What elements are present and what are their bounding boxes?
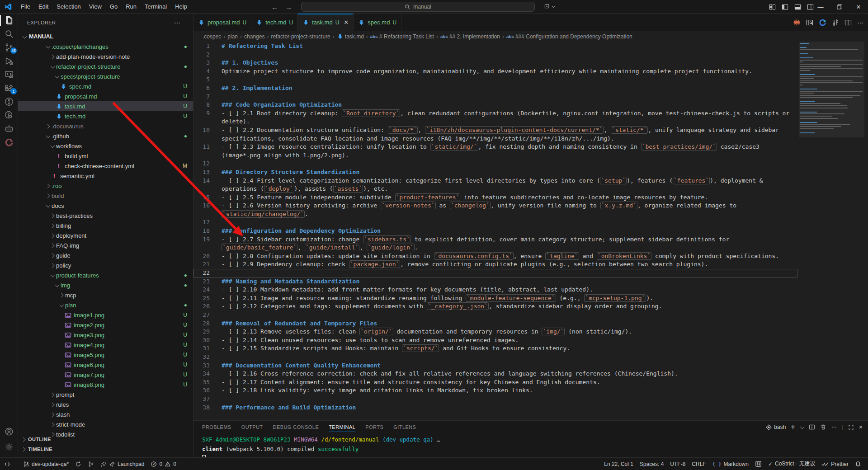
activity-gitlens-icon[interactable] bbox=[0, 95, 18, 108]
ime-grid-item[interactable] bbox=[752, 459, 765, 469]
tree-item-check-chinese-content.yml[interactable]: !check-chinese-content.ymlM bbox=[18, 161, 193, 171]
panel-tab-ports[interactable]: PORTS bbox=[365, 421, 383, 433]
costrict-status[interactable]: ✓ CoStrict - 无建议 bbox=[765, 459, 818, 469]
code-line-22[interactable]: 22 bbox=[193, 269, 797, 277]
code-line-7[interactable]: 7 bbox=[193, 93, 797, 101]
code-line-21[interactable]: 21- [ ] 2.9 Dependency cleanup: check `p… bbox=[193, 260, 797, 269]
tree-item-faq-img[interactable]: FAQ-img bbox=[18, 240, 193, 250]
code-line-19[interactable]: 19- [ ] 2.7 Sidebar customization: chang… bbox=[193, 235, 797, 252]
activity-explorer-icon[interactable] bbox=[0, 14, 18, 27]
activity-gitlens-inspect-icon[interactable] bbox=[0, 108, 18, 122]
tree-item-image7.png[interactable]: image7.pngU bbox=[18, 370, 193, 380]
activity-costrict-icon[interactable] bbox=[0, 136, 18, 149]
activity-chat-icon[interactable] bbox=[0, 122, 18, 136]
code-line-17[interactable]: 17 bbox=[193, 218, 797, 227]
window-minimize-button[interactable]: — bbox=[811, 0, 830, 14]
tree-item-mcp[interactable]: mcp bbox=[18, 290, 193, 300]
timeline-section[interactable]: TIMELINE bbox=[18, 444, 193, 454]
code-line-33[interactable]: 33### Documentation Content Quality Enha… bbox=[193, 362, 797, 370]
tree-item-semantic.yml[interactable]: !semantic.yml bbox=[18, 171, 193, 181]
code-line-10[interactable]: 10- [ ] 2.2 Documentation structure unif… bbox=[193, 126, 797, 143]
tab-spec-md[interactable]: spec.mdU bbox=[354, 14, 401, 31]
activity-extensions-icon[interactable]: 1 bbox=[0, 81, 18, 95]
code-line-36[interactable]: 36- [ ] 2.18 Link validity: verify image… bbox=[193, 386, 797, 395]
activity-settings-icon[interactable] bbox=[0, 439, 18, 455]
tree-item-proposal.md[interactable]: proposal.mdU bbox=[18, 91, 193, 101]
code-line-15[interactable]: 15- [ ] 2.5 Feature module independence:… bbox=[193, 193, 797, 202]
tree-item-task.md[interactable]: task.mdU bbox=[18, 101, 193, 111]
code-line-29[interactable]: 29- [ ] 2.13 Remove useless files: clean… bbox=[193, 328, 797, 336]
outline-section[interactable]: OUTLINE bbox=[18, 434, 193, 444]
tree-item-slash[interactable]: slash bbox=[18, 409, 193, 419]
code-line-9[interactable]: 9- [ ] 2.1 Root directory cleanup: `Root… bbox=[193, 109, 797, 126]
breadcrumb-item[interactable]: .cospec bbox=[203, 33, 221, 40]
tree-item-tech.md[interactable]: tech.mdU bbox=[18, 111, 193, 121]
activity-source-control-icon[interactable]: 45 bbox=[0, 41, 18, 54]
customize-layout-icon[interactable] bbox=[769, 4, 776, 10]
editor[interactable]: 1# Refactoring Task List2 3## 1. Objecti… bbox=[193, 42, 868, 420]
tree-item-prompt[interactable]: prompt bbox=[18, 390, 193, 400]
breadcrumb[interactable]: .cospec›plan›changes›refactor-project-st… bbox=[193, 31, 868, 42]
menu-run[interactable]: Run bbox=[122, 0, 141, 14]
breadcrumb-item[interactable]: abc# Refactoring Task List bbox=[370, 33, 434, 40]
tree-item-docs[interactable]: docs bbox=[18, 201, 193, 211]
code-line-30[interactable]: 30- [ ] 2.14 Clean unused resources: use… bbox=[193, 336, 797, 345]
tree-item-image1.png[interactable]: image1.pngU bbox=[18, 310, 193, 320]
menu-help[interactable]: Help bbox=[171, 0, 191, 14]
tree-item-workflows[interactable]: workflows bbox=[18, 141, 193, 151]
code-line-26[interactable]: 26- [ ] 2.12 Categories and tags: supple… bbox=[193, 302, 797, 311]
minimap[interactable] bbox=[799, 42, 864, 420]
activity-search-icon[interactable] bbox=[0, 27, 18, 41]
code-line-16[interactable]: 16- [ ] 2.6 Version history archiving: a… bbox=[193, 202, 797, 218]
code-line-27[interactable]: 27 bbox=[193, 311, 797, 320]
encoding[interactable]: UTF-8 bbox=[667, 459, 689, 469]
code-line-2[interactable]: 2 bbox=[193, 51, 797, 59]
toggle-panel-icon[interactable] bbox=[794, 4, 801, 10]
terminal-dropdown-icon[interactable] bbox=[800, 425, 804, 429]
code-line-4[interactable]: 4Optimize project structure to improve c… bbox=[193, 67, 797, 76]
breadcrumb-item[interactable]: refactor-project-structure bbox=[271, 33, 330, 40]
menu-view[interactable]: View bbox=[85, 0, 106, 14]
tree-item-guide[interactable]: guide bbox=[18, 250, 193, 260]
tree-item-policy[interactable]: policy bbox=[18, 260, 193, 270]
toggle-sidebar-icon[interactable] bbox=[782, 4, 788, 10]
code-line-35[interactable]: 35- [ ] 2.17 Content alignment: ensure t… bbox=[193, 378, 797, 387]
new-terminal-icon[interactable]: + bbox=[791, 423, 795, 431]
breadcrumb-item[interactable]: task.md bbox=[337, 33, 364, 40]
code-line-32[interactable]: 32 bbox=[193, 353, 797, 362]
code-line-13[interactable]: 13### Directory Structure Standardizatio… bbox=[193, 168, 797, 177]
tree-item-plan[interactable]: plan● bbox=[18, 300, 193, 310]
tab-proposal-md[interactable]: proposal.mdU bbox=[193, 14, 251, 31]
breadcrumb-item[interactable]: changes bbox=[244, 33, 264, 40]
code-line-5[interactable]: 5 bbox=[193, 75, 797, 84]
open-preview-icon[interactable] bbox=[806, 19, 813, 26]
tree-item-deployment[interactable]: deployment bbox=[18, 230, 193, 240]
code-line-18[interactable]: 18### Configuration and Dependency Optim… bbox=[193, 227, 797, 235]
git-branch-item[interactable]: dev-update-qa* bbox=[20, 459, 72, 469]
menu-selection[interactable]: Selection bbox=[52, 0, 85, 14]
window-close-button[interactable]: ✕ bbox=[849, 0, 868, 14]
window-restore-button[interactable] bbox=[830, 0, 849, 14]
tree-item-.roo[interactable]: .roo bbox=[18, 181, 193, 191]
tree-item-add-plan-mode-version-note[interactable]: add-plan-mode-version-note bbox=[18, 52, 193, 61]
eol-sequence[interactable]: CRLF bbox=[689, 459, 709, 469]
tree-item-.cospec-plan-changes[interactable]: .cospec\plan\changes● bbox=[18, 42, 193, 52]
nav-forward-icon[interactable]: → bbox=[285, 3, 292, 11]
compare-changes-icon[interactable] bbox=[832, 19, 839, 26]
panel-tab-terminal[interactable]: TERMINAL bbox=[329, 421, 355, 433]
tree-item-refactor-project-structure[interactable]: refactor-project-structure● bbox=[18, 61, 193, 71]
explorer-more-actions-icon[interactable]: ⋯ bbox=[174, 19, 180, 26]
cursor-position[interactable]: Ln 22, Col 1 bbox=[601, 459, 637, 469]
workspace-section-header[interactable]: MANUAL bbox=[18, 32, 193, 42]
code-line-24[interactable]: 24- [ ] 2.10 Markdown metadata: add fron… bbox=[193, 286, 797, 294]
code-line-25[interactable]: 25- [ ] 2.11 Image and resource naming: … bbox=[193, 294, 797, 303]
tree-item-rules[interactable]: rules bbox=[18, 400, 193, 409]
gitlens-graph-item[interactable] bbox=[85, 459, 97, 469]
tree-item-image5.png[interactable]: image5.pngU bbox=[18, 350, 193, 360]
tree-item-best-practices[interactable]: best-practices bbox=[18, 211, 193, 221]
problems-item[interactable]: 0 0 bbox=[147, 459, 179, 469]
prettier-status[interactable]: Prettier bbox=[818, 459, 852, 469]
code-line-23[interactable]: 23### Naming and Metadata Standardizatio… bbox=[193, 277, 797, 286]
code-line-31[interactable]: 31- [ ] 2.15 Standardize scripts and Hoo… bbox=[193, 344, 797, 353]
menu-go[interactable]: Go bbox=[106, 0, 122, 14]
